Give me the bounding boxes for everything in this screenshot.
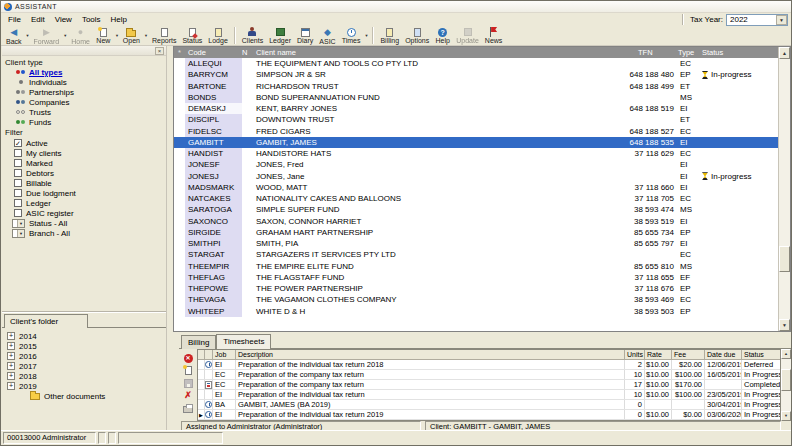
expand-icon[interactable]: + xyxy=(7,382,15,390)
client-row[interactable]: ALLEQUITHE EQUIPMENT AND TOOLS CO PTY LT… xyxy=(174,58,778,69)
checkbox-icon[interactable] xyxy=(14,159,22,167)
client-row[interactable]: MADSMARKWOOD, MATT37 118 660EI xyxy=(174,182,778,193)
filter-marked[interactable]: Marked xyxy=(2,158,166,168)
chevron-down-icon[interactable]: ▼ xyxy=(776,15,787,25)
filter-my-clients[interactable]: My clients xyxy=(2,148,166,158)
scrollbar-thumb[interactable] xyxy=(781,369,791,391)
menu-tools[interactable]: Tools xyxy=(77,13,106,26)
cancel-button[interactable]: ✕ xyxy=(182,353,194,364)
expand-icon[interactable]: + xyxy=(7,372,15,380)
toolbar-back-button[interactable]: ◀Back xyxy=(3,26,25,45)
scroll-down-icon[interactable]: ▼ xyxy=(779,319,790,331)
menu-file[interactable]: File xyxy=(3,13,26,26)
client-row[interactable]: THEFLAGTHE FLAGSTAFF FUND37 118 655EF xyxy=(174,272,778,283)
client-row[interactable]: STARGATSTARGAZERS IT SERVICES PTY LTDEC xyxy=(174,249,778,260)
client-row[interactable]: SMITHPISMITH, PIA85 655 797EI xyxy=(174,238,778,249)
menu-view[interactable]: View xyxy=(50,13,77,26)
toolbar-ledger-button[interactable]: Ledger xyxy=(266,26,294,45)
checkbox-icon[interactable] xyxy=(14,209,22,217)
checkbox-icon[interactable] xyxy=(14,179,22,187)
checkbox-icon[interactable]: ✓ xyxy=(14,139,22,147)
expand-icon[interactable]: + xyxy=(7,352,15,360)
client-row[interactable]: NATCAKESNATIONALITY CAKES AND BALLOONS37… xyxy=(174,193,778,204)
client-row[interactable]: SIRGIDEGRAHAM HART PARTNERSHIP85 655 734… xyxy=(174,227,778,238)
client-row[interactable]: BONDSBOND SUPERANNUATION FUNDMS xyxy=(174,92,778,103)
filter-due-lodgment[interactable]: Due lodgment xyxy=(2,188,166,198)
clients-scrollbar[interactable]: ▲ ▼ xyxy=(778,47,790,331)
checkbox-icon[interactable] xyxy=(14,149,22,157)
toolbar-new-button[interactable]: New xyxy=(93,26,114,45)
client-row[interactable]: THEEMPIRTHE EMPIRE ELITE FUND85 655 810M… xyxy=(174,261,778,272)
filter-branch-all[interactable]: ▼Branch - All xyxy=(2,228,166,238)
new-timesheet-button[interactable] xyxy=(182,365,194,376)
column-header-mark[interactable]: * xyxy=(174,47,185,58)
delete-button[interactable]: ✗ xyxy=(182,390,194,401)
toolbar-status-button[interactable]: Status xyxy=(179,26,205,45)
close-panel-icon[interactable]: × xyxy=(155,47,164,55)
toolbar-options-button[interactable]: Options xyxy=(402,26,432,45)
client-row[interactable]: DISCIPLDOWNTOWN TRUSTET xyxy=(174,114,778,125)
timesheet-row[interactable]: EIPreparation of the individual tax retu… xyxy=(198,360,780,370)
client-row[interactable]: BARRYCMSIMPSON JR & SR648 188 480EPIn-pr… xyxy=(174,69,778,80)
menu-help[interactable]: Help xyxy=(106,13,132,26)
menu-edit[interactable]: Edit xyxy=(26,13,50,26)
client-row[interactable]: SARATOGASIMPLE SUPER FUND38 593 474MS xyxy=(174,204,778,215)
toolbar-asic-button[interactable]: ◆ASIC xyxy=(316,26,338,45)
checkbox-icon[interactable] xyxy=(14,189,22,197)
column-header-client-name[interactable]: Client name xyxy=(253,47,602,58)
column-header-tfn[interactable]: TFN xyxy=(602,47,678,58)
filter-active[interactable]: ✓Active xyxy=(2,138,166,148)
folder-year-2014[interactable]: +2014 xyxy=(2,331,166,341)
sidebar-item-partnerships[interactable]: Partnerships xyxy=(2,87,166,97)
column-header-units[interactable]: Units xyxy=(625,350,645,359)
client-row[interactable]: THEVAGATHE VAGAMON CLOTHES COMPANY38 593… xyxy=(174,294,778,305)
dropdown-icon[interactable]: ▼ xyxy=(12,229,25,238)
checkbox-icon[interactable] xyxy=(14,199,22,207)
filter-debtors[interactable]: Debtors xyxy=(2,168,166,178)
expand-icon[interactable]: + xyxy=(7,342,15,350)
column-header-type[interactable]: Type xyxy=(678,47,700,58)
folder-year-2016[interactable]: +2016 xyxy=(2,351,166,361)
client-row[interactable]: DEMASKJKENT, BARRY JONES648 188 519EI xyxy=(174,103,778,114)
column-header-rate[interactable]: Rate xyxy=(645,350,672,359)
toolbar-billing-button[interactable]: Billing xyxy=(377,26,402,45)
client-row[interactable]: HANDISTHANDISTORE HATS37 118 629EC xyxy=(174,148,778,159)
scroll-up-icon[interactable]: ▲ xyxy=(781,349,791,359)
toolbar-lodge-button[interactable]: Lodge xyxy=(205,26,230,45)
sidebar-item-funds[interactable]: Funds xyxy=(2,117,166,127)
sidebar-item-trusts[interactable]: Trusts xyxy=(2,107,166,117)
column-header-date-due[interactable]: Date due xyxy=(705,350,742,359)
expand-icon[interactable]: + xyxy=(7,362,15,370)
column-header-description[interactable]: Description xyxy=(236,350,625,359)
folder-year-2017[interactable]: +2017 xyxy=(2,361,166,371)
toolbar-news-button[interactable]: News xyxy=(482,26,506,45)
tax-year-select[interactable]: 2022 ▼ xyxy=(726,14,788,26)
dropdown-icon[interactable]: ▼ xyxy=(12,219,25,228)
client-row[interactable]: SAXONCOSAXON, CONNOR HARRIET38 593 519EI xyxy=(174,216,778,227)
filter-billable[interactable]: Billable xyxy=(2,178,166,188)
print-button[interactable] xyxy=(182,403,194,414)
chevron-down-icon[interactable]: ▼ xyxy=(363,26,369,45)
folder-other-documents[interactable]: Other documents xyxy=(2,391,166,401)
filter-status-all[interactable]: ▼Status - All xyxy=(2,218,166,228)
timesheet-scrollbar[interactable]: ▲ ▼ xyxy=(781,349,791,421)
toolbar-clients-button[interactable]: Clients xyxy=(239,26,266,45)
column-header-fee[interactable]: Fee xyxy=(672,350,705,359)
timesheet-row[interactable]: EIPreparation of the individual tax retu… xyxy=(198,390,780,400)
column-header-code[interactable]: Code xyxy=(185,47,242,58)
tab-billing[interactable]: Billing xyxy=(181,335,216,349)
scroll-up-icon[interactable]: ▲ xyxy=(779,47,790,59)
client-row[interactable]: BARTONERICHARDSON TRUST648 188 499ET xyxy=(174,81,778,92)
filter-asic-register[interactable]: ASIC register xyxy=(2,208,166,218)
sidebar-item-all-types[interactable]: All types xyxy=(2,67,166,77)
client-row[interactable]: JONESFJONES, FredEI xyxy=(174,159,778,170)
timesheet-row[interactable]: BAGAMBIT, JAMES (BA 2019)030/04/2019In P… xyxy=(198,400,780,410)
client-row[interactable]: GAMBITTGAMBIT, JAMES648 188 535EI xyxy=(174,137,778,148)
folder-year-2018[interactable]: +2018 xyxy=(2,371,166,381)
column-header-status[interactable]: Status xyxy=(742,350,780,359)
tab-timesheets[interactable]: Timesheets xyxy=(216,334,271,349)
column-header-job[interactable]: Job xyxy=(213,350,236,359)
column-header-status[interactable]: Status xyxy=(700,47,778,58)
folder-year-2015[interactable]: +2015 xyxy=(2,341,166,351)
timesheet-row[interactable]: ▶EIPreparation of the individual tax ret… xyxy=(198,410,780,420)
